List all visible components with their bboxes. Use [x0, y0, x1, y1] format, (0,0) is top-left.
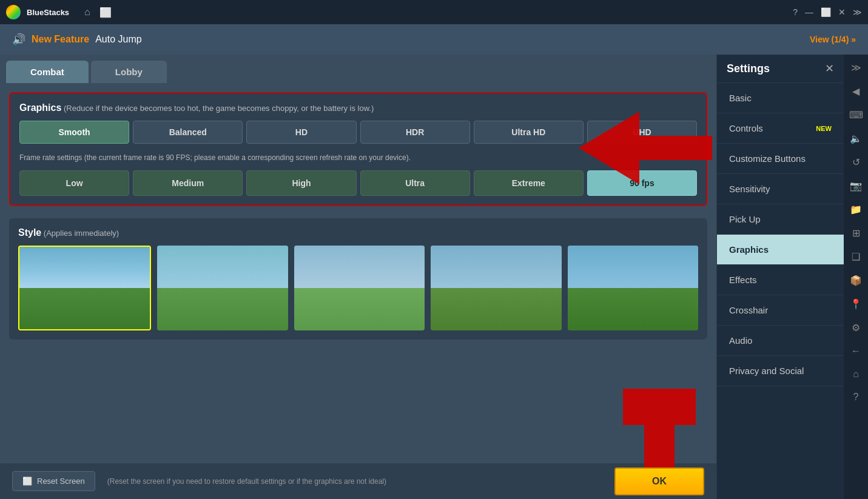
- folder-icon[interactable]: 📁: [847, 201, 864, 218]
- sidebar-title: Settings: [727, 62, 770, 75]
- close-icon[interactable]: ✕: [838, 7, 846, 17]
- quality-ultrahd[interactable]: Ultra HD: [474, 121, 584, 144]
- fps-extreme[interactable]: Extreme: [474, 170, 584, 196]
- sidebar-item-effects-label: Effects: [729, 275, 757, 285]
- quality-hd[interactable]: HD: [246, 121, 356, 144]
- help2-icon[interactable]: ?: [851, 389, 861, 405]
- sidebar-item-sensitivity[interactable]: Sensitivity: [717, 174, 844, 204]
- sidebar-item-basic-label: Basic: [729, 93, 752, 103]
- speaker-icon: 🔊: [12, 33, 25, 46]
- sidebar-close-button[interactable]: ✕: [825, 62, 834, 75]
- feature-auto-label: Auto Jump: [95, 34, 141, 45]
- style-title: Style (Applies immediately): [18, 227, 698, 238]
- ok-button-wrapper: OK: [614, 467, 704, 495]
- sidebar-item-privacy[interactable]: Privacy and Social: [717, 356, 844, 386]
- reset-icon: ⬜: [22, 477, 32, 486]
- back-icon[interactable]: ◀: [850, 83, 862, 99]
- sidebar-item-graphics-label: Graphics: [729, 244, 769, 255]
- scroll-content: Graphics (Reduce if the device becomes t…: [0, 83, 716, 463]
- style-thumb-1[interactable]: [18, 246, 151, 330]
- main-layout: Combat Lobby Graphics (Reduce if the dev…: [0, 55, 868, 499]
- sidebar-item-crosshair[interactable]: Crosshair: [717, 295, 844, 326]
- fps-90[interactable]: 90 fps: [587, 170, 697, 196]
- quality-uhd[interactable]: UHD: [587, 121, 697, 144]
- sidebar-item-controls[interactable]: Controls NEW: [717, 113, 844, 144]
- style-thumb-3[interactable]: [294, 246, 425, 330]
- sidebar-new-badge: NEW: [816, 125, 832, 132]
- sidebar-header: Settings ✕: [717, 55, 844, 83]
- sidebar: Settings ✕ Basic Controls NEW Customize …: [716, 55, 844, 499]
- titlebar: BlueStacks ⌂ ⬜ ? — ⬜ ✕ ≫: [0, 0, 868, 24]
- quality-balanced[interactable]: Balanced: [133, 121, 243, 144]
- apk-icon[interactable]: 📦: [847, 272, 864, 289]
- feature-banner-left: 🔊 New Feature Auto Jump: [12, 33, 142, 46]
- sidebar-item-effects[interactable]: Effects: [717, 265, 844, 295]
- fps-ultra[interactable]: Ultra: [360, 170, 470, 196]
- style-desc: (Applies immediately): [41, 229, 119, 238]
- reset-desc: (Reset the screen if you need to restore…: [107, 477, 602, 486]
- tab-combat[interactable]: Combat: [6, 61, 89, 83]
- sidebar-item-audio[interactable]: Audio: [717, 326, 844, 356]
- style-thumb-2[interactable]: [157, 246, 288, 330]
- sound-icon[interactable]: 🔈: [847, 130, 864, 147]
- style-section: Style (Applies immediately): [9, 218, 707, 340]
- quality-buttons: Smooth Balanced HD HDR Ultra HD UHD: [19, 121, 697, 144]
- bluestacks-logo: [6, 5, 21, 19]
- graphics-title-text: Graphics: [19, 102, 61, 113]
- sidebar-item-customize[interactable]: Customize Buttons: [717, 144, 844, 174]
- bottom-bar: ⬜ Reset Screen (Reset the screen if you …: [0, 463, 716, 499]
- layers-icon[interactable]: ❑: [849, 249, 863, 265]
- style-thumbnails: [18, 246, 698, 330]
- camera-icon[interactable]: 📷: [847, 178, 864, 194]
- fps-low[interactable]: Low: [19, 170, 129, 196]
- sidebar-item-pickup[interactable]: Pick Up: [717, 204, 844, 235]
- maximize-icon[interactable]: ⬜: [821, 7, 831, 17]
- sidebar-item-audio-label: Audio: [729, 335, 752, 346]
- sidebar-item-sensitivity-label: Sensitivity: [729, 184, 770, 194]
- frame-desc: Frame rate settings (the current frame r…: [19, 153, 697, 163]
- minimize-icon[interactable]: —: [805, 7, 813, 17]
- sidebar-item-controls-label: Controls: [729, 123, 763, 133]
- content-area: Combat Lobby Graphics (Reduce if the dev…: [0, 55, 716, 499]
- keyboard-icon[interactable]: ⌨: [847, 107, 866, 123]
- reset-screen-button[interactable]: ⬜ Reset Screen: [12, 471, 95, 491]
- titlebar-controls: ? — ⬜ ✕ ≫: [793, 7, 862, 17]
- settings2-icon[interactable]: ⚙: [849, 320, 863, 336]
- help-icon[interactable]: ?: [793, 7, 798, 17]
- arrow-left2-icon[interactable]: ←: [849, 343, 863, 359]
- graphics-title: Graphics (Reduce if the device becomes t…: [19, 102, 697, 113]
- expand-right-icon[interactable]: ≫: [849, 59, 864, 76]
- style-thumb-4[interactable]: [431, 246, 561, 330]
- fps-high[interactable]: High: [246, 170, 356, 196]
- sidebar-item-crosshair-label: Crosshair: [729, 305, 768, 315]
- grid-icon[interactable]: ⊞: [850, 225, 863, 241]
- sidebar-item-privacy-label: Privacy and Social: [729, 366, 804, 376]
- feature-new-label: New Feature: [32, 34, 89, 45]
- tab-lobby[interactable]: Lobby: [91, 61, 167, 83]
- expand-icon[interactable]: ≫: [853, 7, 862, 17]
- right-icons-strip: ≫ ◀ ⌨ 🔈 ↺ 📷 📁 ⊞ ❑ 📦 📍 ⚙ ← ⌂ ?: [844, 55, 868, 499]
- sidebar-item-customize-label: Customize Buttons: [729, 153, 806, 164]
- map-icon[interactable]: 📍: [847, 296, 864, 312]
- window-icon[interactable]: ⬜: [99, 7, 112, 18]
- sidebar-item-graphics[interactable]: Graphics: [717, 235, 844, 265]
- sidebar-item-basic[interactable]: Basic: [717, 83, 844, 113]
- feature-banner: 🔊 New Feature Auto Jump View (1/4) »: [0, 24, 868, 55]
- style-title-text: Style: [18, 227, 41, 238]
- graphics-section: Graphics (Reduce if the device becomes t…: [9, 92, 707, 206]
- feature-view-button[interactable]: View (1/4) »: [810, 35, 856, 44]
- home2-icon[interactable]: ⌂: [850, 366, 861, 382]
- titlebar-icons: ⌂ ⬜: [84, 7, 112, 18]
- rotate-icon[interactable]: ↺: [850, 154, 863, 170]
- sidebar-item-pickup-label: Pick Up: [729, 214, 761, 224]
- home-icon[interactable]: ⌂: [84, 7, 90, 18]
- graphics-desc: (Reduce if the device becomes too hot, t…: [61, 104, 374, 113]
- fps-medium[interactable]: Medium: [133, 170, 243, 196]
- quality-hdr[interactable]: HDR: [360, 121, 470, 144]
- style-thumb-5[interactable]: [568, 246, 698, 330]
- quality-smooth[interactable]: Smooth: [19, 121, 129, 144]
- fps-buttons: Low Medium High Ultra Extreme 90 fps: [19, 170, 697, 196]
- app-name: BlueStacks: [27, 8, 69, 17]
- tabs-bar: Combat Lobby: [0, 55, 716, 83]
- ok-button[interactable]: OK: [614, 467, 704, 495]
